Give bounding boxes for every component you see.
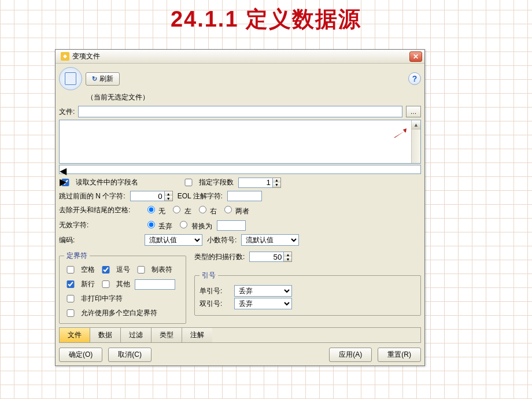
trim-row: 去除开头和结尾的空格: 无 左 右 两者 bbox=[59, 204, 421, 216]
delim-other-checkbox[interactable] bbox=[102, 280, 110, 288]
ok-button[interactable]: 确定(O) bbox=[59, 348, 102, 362]
invalid-row: 无效字符: 丢弃 替换为 bbox=[59, 219, 421, 231]
apply-button[interactable]: 应用(A) bbox=[329, 348, 372, 362]
quotes-legend: 引号 bbox=[200, 271, 218, 280]
encoding-label: 编码: bbox=[59, 235, 140, 245]
help-button[interactable]: ? bbox=[408, 72, 421, 85]
lower-columns: 定界符 空格 逗号 制表符 新行 其他 非打印中字符 bbox=[59, 249, 421, 324]
chevron-up-icon[interactable]: ▲ bbox=[284, 252, 291, 257]
reset-button[interactable]: 重置(R) bbox=[378, 348, 421, 362]
skip-chars-input[interactable] bbox=[130, 191, 165, 201]
file-label: 文件: bbox=[59, 107, 75, 117]
scan-rows-label: 类型的扫描行数: bbox=[194, 252, 245, 262]
tab-types[interactable]: 类型 bbox=[152, 328, 182, 342]
decimal-label: 小数符号: bbox=[207, 235, 237, 245]
eol-label: EOL 注解字符: bbox=[178, 191, 223, 201]
no-file-label: （当前无选定文件） bbox=[87, 93, 421, 102]
encoding-select[interactable]: 流默认值 bbox=[145, 234, 202, 246]
invalid-label: 无效字符: bbox=[59, 220, 140, 230]
chevron-down-icon[interactable]: ▼ bbox=[165, 196, 172, 201]
file-row: 文件: … bbox=[59, 106, 421, 117]
browse-button[interactable]: … bbox=[406, 106, 421, 117]
chevron-up-icon[interactable]: ▲ bbox=[165, 191, 172, 196]
scan-rows-row: 类型的扫描行数: ▲▼ bbox=[194, 252, 421, 262]
window-title: 变项文件 bbox=[72, 51, 409, 61]
single-quote-label: 单引号: bbox=[200, 286, 230, 296]
slide-title: 24.1.1 定义数据源 bbox=[0, 5, 532, 34]
window-icon bbox=[61, 52, 69, 61]
delim-multi-checkbox[interactable] bbox=[66, 309, 75, 317]
skip-chars-row: 跳过前面的 N 个字符: ▲▼ EOL 注解字符: bbox=[59, 191, 421, 201]
preview-hscroll[interactable]: ◀ ▶ bbox=[59, 165, 421, 174]
delimiter-legend: 定界符 bbox=[64, 251, 90, 261]
invalid-replace-input[interactable] bbox=[217, 220, 246, 231]
invalid-discard-option[interactable]: 丢弃 bbox=[145, 219, 172, 231]
trim-both-option[interactable]: 两者 bbox=[221, 204, 249, 216]
scan-rows-input[interactable] bbox=[249, 252, 284, 262]
file-preview: ▲ bbox=[59, 120, 421, 164]
double-quote-label: 双引号: bbox=[200, 299, 230, 309]
single-quote-select[interactable]: 丢弃 bbox=[234, 285, 292, 297]
dialog-buttons: 确定(O) 取消(C) 应用(A) 重置(R) bbox=[59, 348, 421, 362]
chevron-down-icon[interactable]: ▼ bbox=[284, 257, 291, 261]
trim-label: 去除开头和结尾的空格: bbox=[59, 205, 140, 215]
node-icon bbox=[59, 67, 82, 90]
delim-other-input[interactable] bbox=[135, 279, 175, 290]
cancel-button[interactable]: 取消(C) bbox=[108, 348, 152, 362]
delim-comma-checkbox[interactable] bbox=[102, 266, 110, 274]
decimal-select[interactable]: 流默认值 bbox=[241, 234, 299, 246]
top-row: ↻ 刷新 ? bbox=[59, 67, 421, 90]
tab-filter[interactable]: 过滤 bbox=[121, 328, 152, 342]
dialog-body: ↻ 刷新 ? （当前无选定文件） 文件: … ▲ ◀ ▶ 读取文件中的字段名 bbox=[56, 64, 424, 365]
close-icon: ✕ bbox=[413, 53, 419, 61]
delimiter-group: 定界符 空格 逗号 制表符 新行 其他 非打印中字符 bbox=[59, 251, 186, 324]
scroll-up-icon[interactable]: ▲ bbox=[412, 120, 420, 130]
delim-nonprint-checkbox[interactable] bbox=[66, 295, 75, 302]
tabs: 文件 数据 过滤 类型 注解 bbox=[59, 327, 421, 343]
skip-chars-stepper[interactable]: ▲▼ bbox=[130, 191, 173, 201]
invalid-replace-option[interactable]: 替换为 bbox=[177, 219, 212, 231]
scroll-right-icon[interactable]: ▶ bbox=[60, 176, 420, 187]
scan-rows-stepper[interactable]: ▲▼ bbox=[249, 252, 292, 262]
preview-vscroll[interactable]: ▲ bbox=[411, 120, 420, 163]
eol-input[interactable] bbox=[227, 191, 262, 201]
refresh-button[interactable]: ↻ 刷新 bbox=[86, 72, 120, 86]
tab-file[interactable]: 文件 bbox=[60, 328, 90, 342]
double-quote-select[interactable]: 丢弃 bbox=[234, 298, 292, 309]
trim-right-option[interactable]: 右 bbox=[196, 204, 217, 216]
variable-file-dialog: 变项文件 ✕ ↻ 刷新 ? （当前无选定文件） 文件: … ▲ bbox=[55, 49, 425, 366]
delim-space-checkbox[interactable] bbox=[66, 266, 75, 274]
refresh-icon: ↻ bbox=[92, 75, 97, 83]
tab-data[interactable]: 数据 bbox=[90, 328, 121, 342]
trim-left-option[interactable]: 左 bbox=[170, 204, 191, 216]
trim-none-option[interactable]: 无 bbox=[145, 204, 165, 216]
delim-newline-checkbox[interactable] bbox=[66, 280, 75, 288]
encoding-row: 编码: 流默认值 小数符号: 流默认值 bbox=[59, 234, 421, 246]
scroll-left-icon[interactable]: ◀ bbox=[60, 165, 420, 176]
annotation-arrow-icon bbox=[394, 128, 407, 138]
refresh-label: 刷新 bbox=[99, 74, 113, 84]
skip-chars-label: 跳过前面的 N 个字符: bbox=[59, 191, 125, 201]
delim-tab-checkbox[interactable] bbox=[137, 266, 145, 274]
quotes-group: 引号 单引号: 丢弃 双引号: 丢弃 bbox=[194, 271, 421, 316]
file-input[interactable] bbox=[78, 106, 402, 117]
close-button[interactable]: ✕ bbox=[409, 51, 422, 62]
tab-annot[interactable]: 注解 bbox=[182, 328, 212, 342]
titlebar: 变项文件 ✕ bbox=[56, 50, 424, 64]
